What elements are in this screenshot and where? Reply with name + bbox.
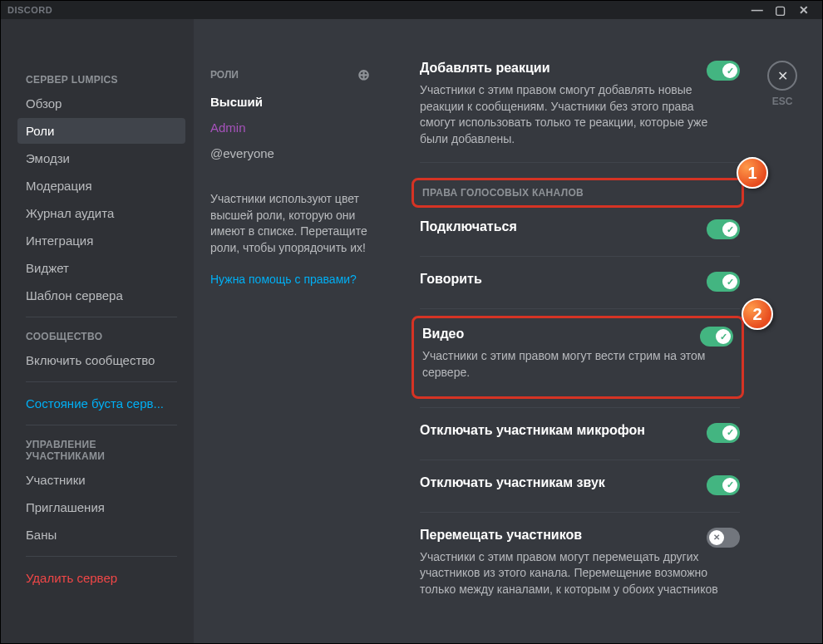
divider [26,381,177,382]
annotation-badge-1: 1 [737,157,768,189]
esc-label: ESC [767,96,797,107]
toggle-connect[interactable] [707,219,740,239]
settings-sidebar: СЕРВЕР LUMPICS Обзор Роли Эмодзи Модерац… [1,19,194,643]
permissions-panel: ✕ ESC Добавлять реакции Участники с этим… [387,19,822,643]
role-item-everyone[interactable]: @everyone [210,140,370,166]
server-name-header: СЕРВЕР LUMPICS [17,69,185,91]
annotation-box-1: 1 ПРАВА ГОЛОСОВЫХ КАНАЛОВ [412,178,744,208]
sidebar-item-emoji[interactable]: Эмодзи [17,145,185,171]
divider [420,407,740,408]
roles-header-label: РОЛИ [210,69,239,81]
divider [26,317,177,317]
window-minimize-button[interactable]: — [746,3,769,17]
sidebar-item-invites[interactable]: Приглашения [17,494,185,520]
role-item-top[interactable]: Высший [210,89,370,115]
sidebar-item-roles[interactable]: Роли [17,118,185,144]
toggle-speak[interactable] [707,272,740,292]
annotation-badge-2: 2 [742,298,773,330]
perm-move-desc: Участники с этим правом могут перемещать… [420,549,727,598]
perm-connect-title: Подключаться [420,219,517,234]
toggle-deafen-members[interactable] [707,475,740,495]
app-title: DISCORD [7,5,52,15]
toggle-mute-members[interactable] [707,423,740,443]
perm-speak-title: Говорить [420,272,482,287]
sidebar-item-enable-community[interactable]: Включить сообщество [17,347,185,373]
divider [420,308,740,309]
perm-deafen-title: Отключать участникам звук [420,475,605,490]
window-maximize-button[interactable]: ▢ [769,3,792,17]
perm-video-desc: Участники с этим правом могут вести стри… [422,348,730,381]
sidebar-item-moderation[interactable]: Модерация [17,173,185,199]
perm-video-title: Видео [422,327,464,342]
perm-mute-title: Отключать участникам микрофон [420,423,645,438]
sidebar-item-overview[interactable]: Обзор [17,91,185,116]
sidebar-item-bans[interactable]: Баны [17,522,185,548]
plus-icon[interactable]: ⊕ [357,70,370,80]
sidebar-item-delete-server[interactable]: Удалить сервер [17,565,185,591]
sidebar-item-members[interactable]: Участники [17,467,185,493]
divider [420,256,740,257]
toggle-move-members[interactable] [707,528,740,548]
divider [26,556,177,557]
divider [420,162,740,163]
sidebar-item-widget[interactable]: Виджет [17,255,185,281]
sidebar-item-audit-log[interactable]: Журнал аудита [17,200,185,226]
divider [420,512,740,513]
roles-column: РОЛИ ⊕ Высший Admin @everyone Участники … [194,19,387,643]
divider [420,460,740,460]
titlebar: DISCORD — ▢ ✕ [1,1,822,19]
member-mgmt-header: УПРАВЛЕНИЕ УЧАСТНИКАМИ [17,434,185,467]
community-header: СООБЩЕСТВО [17,326,185,347]
sidebar-item-server-template[interactable]: Шаблон сервера [17,283,185,308]
toggle-add-reactions[interactable] [707,61,740,81]
close-settings-button[interactable]: ✕ ESC [767,61,797,107]
sidebar-item-boost-status[interactable]: Состояние буста серв... [17,391,185,416]
toggle-video[interactable] [700,327,733,347]
voice-permissions-header: ПРАВА ГОЛОСОВЫХ КАНАЛОВ [422,185,733,200]
perm-add-reactions-desc: Участники с этим правом смогут добавлять… [420,82,727,147]
roles-help-link[interactable]: Нужна помощь с правами? [210,273,370,286]
roles-help-text: Участники используют цвет высшей роли, к… [210,191,370,256]
perm-move-title: Перемещать участников [420,528,582,543]
window-close-button[interactable]: ✕ [792,3,816,17]
perm-add-reactions-title: Добавлять реакции [420,61,549,76]
annotation-box-2: 2 Видео Участники с этим правом могут ве… [412,316,744,398]
divider [26,425,177,425]
sidebar-item-integrations[interactable]: Интеграция [17,228,185,253]
close-icon: ✕ [767,61,797,91]
role-item-admin[interactable]: Admin [210,115,370,140]
